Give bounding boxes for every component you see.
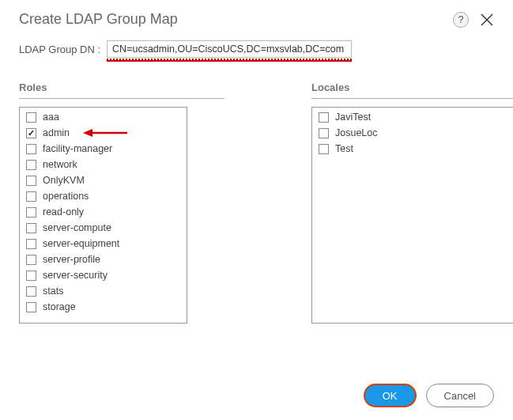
locales-item[interactable]: Test <box>312 141 513 157</box>
checkbox[interactable] <box>26 176 36 186</box>
checkbox[interactable] <box>26 302 36 312</box>
roles-item-label: storage <box>43 301 76 312</box>
checkbox[interactable] <box>26 191 36 202</box>
locales-listbox[interactable]: JaviTestJosueLocTest <box>311 107 513 324</box>
dialog-title: Create LDAP Group Map <box>19 11 178 28</box>
ldap-group-dn-row: LDAP Group DN : <box>19 40 494 58</box>
checkbox[interactable] <box>26 239 36 249</box>
locales-item[interactable]: JaviTest <box>312 109 513 125</box>
roles-item[interactable]: server-compute <box>20 220 187 236</box>
checkbox[interactable] <box>26 128 36 138</box>
roles-listbox[interactable]: aaaadminfacility-managernetworkOnlyKVMop… <box>19 107 187 324</box>
locales-item-label: JaviTest <box>335 112 371 123</box>
roles-item[interactable]: stats <box>20 283 187 299</box>
locales-panel-title: Locales <box>311 81 513 99</box>
checkbox[interactable] <box>26 112 36 123</box>
locales-item-label: Test <box>335 143 353 154</box>
roles-item-label: operations <box>43 191 89 202</box>
roles-item[interactable]: OnlyKVM <box>20 172 187 188</box>
roles-item[interactable]: server-security <box>20 267 187 283</box>
roles-item[interactable]: network <box>20 157 187 172</box>
dialog-header: Create LDAP Group Map ? <box>19 11 494 28</box>
cancel-button[interactable]: Cancel <box>426 384 494 407</box>
annotation-underline <box>107 60 352 62</box>
roles-item[interactable]: server-profile <box>20 252 187 267</box>
locales-item-label: JosueLoc <box>335 127 378 138</box>
annotation-arrow-icon <box>83 127 127 138</box>
roles-item[interactable]: storage <box>20 299 187 315</box>
checkbox[interactable] <box>319 128 329 138</box>
checkbox[interactable] <box>26 144 36 154</box>
roles-item-label: facility-manager <box>43 143 112 154</box>
roles-item-label: server-equipment <box>43 238 119 249</box>
ldap-group-dn-label: LDAP Group DN : <box>19 44 100 55</box>
roles-item-label: server-compute <box>43 222 111 233</box>
roles-item-label: OnlyKVM <box>43 175 85 186</box>
checkbox[interactable] <box>26 207 36 218</box>
locales-item[interactable]: JosueLoc <box>312 125 513 141</box>
roles-item-label: read-only <box>43 206 84 218</box>
ldap-group-dn-wrap <box>107 40 352 58</box>
roles-panel-title: Roles <box>19 81 224 99</box>
roles-item-label: admin <box>43 127 70 138</box>
roles-item[interactable]: admin <box>20 125 187 141</box>
roles-item-label: server-profile <box>43 254 100 265</box>
roles-panel: Roles aaaadminfacility-managernetworkOnl… <box>19 81 224 324</box>
svg-marker-3 <box>83 129 92 137</box>
close-button[interactable] <box>480 13 494 27</box>
checkbox[interactable] <box>26 271 36 281</box>
panels-row: Roles aaaadminfacility-managernetworkOnl… <box>19 81 494 324</box>
checkbox[interactable] <box>26 160 36 170</box>
roles-item[interactable]: operations <box>20 188 187 204</box>
create-ldap-group-map-dialog: Create LDAP Group Map ? LDAP Group DN : … <box>0 0 513 420</box>
roles-item-label: aaa <box>43 112 59 123</box>
roles-item[interactable]: server-equipment <box>20 236 187 252</box>
checkbox[interactable] <box>26 286 36 297</box>
checkbox[interactable] <box>26 255 36 265</box>
roles-item-label: network <box>43 159 77 170</box>
checkbox[interactable] <box>26 223 36 233</box>
roles-item-label: server-security <box>43 270 108 281</box>
ok-button[interactable]: OK <box>364 384 417 407</box>
roles-item[interactable]: read-only <box>20 204 187 220</box>
checkbox[interactable] <box>319 144 329 154</box>
close-icon <box>480 13 494 27</box>
roles-item-label: stats <box>43 286 63 297</box>
dialog-footer: OK Cancel <box>364 384 494 407</box>
ldap-group-dn-input[interactable] <box>107 40 352 58</box>
dialog-header-actions: ? <box>453 12 494 28</box>
roles-item[interactable]: aaa <box>20 109 187 125</box>
checkbox[interactable] <box>319 112 329 123</box>
help-button[interactable]: ? <box>453 12 469 28</box>
roles-item[interactable]: facility-manager <box>20 141 187 157</box>
locales-panel: Locales JaviTestJosueLocTest <box>311 81 513 324</box>
